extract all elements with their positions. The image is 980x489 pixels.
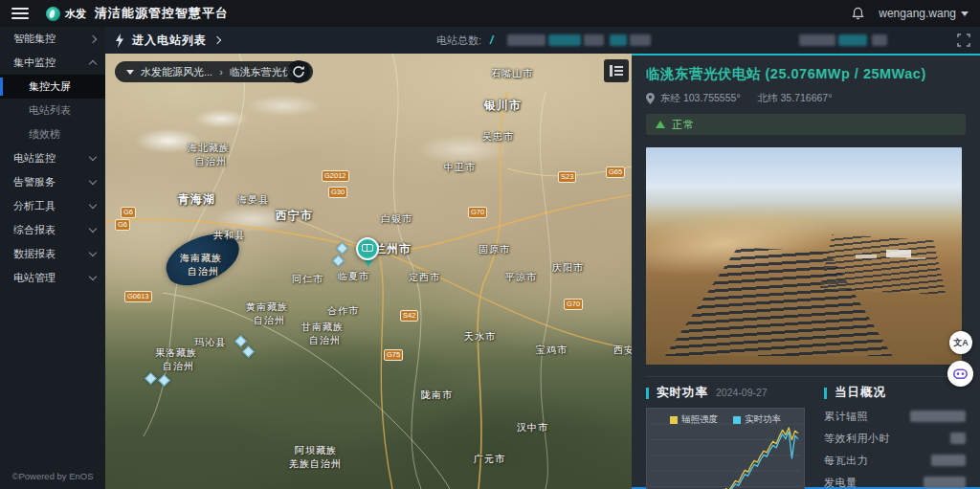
overview-row-value-redacted bbox=[910, 411, 966, 422]
map-place-label: 定西市 bbox=[409, 271, 440, 284]
station-cluster-marker[interactable] bbox=[158, 374, 170, 387]
station-cluster-marker[interactable] bbox=[145, 372, 157, 385]
overview-row: 每瓦出力 bbox=[824, 453, 966, 468]
sidebar-subitem-电站列表[interactable]: 电站列表 bbox=[0, 99, 105, 122]
map-place-label: 黄南藏族 bbox=[246, 300, 288, 314]
map-place-label: 羌族自治州 bbox=[289, 457, 342, 471]
breadcrumb-group[interactable]: 水发能源风光... bbox=[141, 65, 212, 79]
sidebar-item-电站监控[interactable]: 电站监控 bbox=[0, 146, 105, 170]
chevron-down-icon bbox=[89, 201, 97, 209]
layers-icon bbox=[610, 65, 623, 77]
map-place-label: 自治州 bbox=[254, 314, 285, 327]
sidebar-item-label: 智能集控 bbox=[13, 32, 90, 46]
longitude-value: 东经 103.755555° bbox=[660, 92, 741, 105]
map-place-label: 固原市 bbox=[479, 243, 510, 256]
station-detail-panel: 临洮东营光伏电站 (25.076MWp / 25MWac) 东经 103.755… bbox=[632, 54, 980, 489]
legend-label: 实时功率 bbox=[745, 413, 781, 426]
map-place-label: 白银市 bbox=[381, 212, 412, 226]
map-place-label: 合作市 bbox=[327, 304, 359, 318]
status-bar: 正常 bbox=[646, 114, 966, 135]
sidebar: 智能集控集中监控集控大屏电站列表绩效榜电站监控告警服务分析工具综合报表数据报表电… bbox=[0, 27, 105, 489]
sidebar-item-label: 告警服务 bbox=[13, 175, 90, 189]
legend-swatch bbox=[670, 416, 678, 424]
chevron-down-icon bbox=[89, 153, 97, 161]
legend-item: 辐照强度 bbox=[670, 413, 718, 426]
latitude-value: 北纬 35.716667° bbox=[758, 92, 833, 105]
sidebar-item-智能集控[interactable]: 智能集控 bbox=[0, 27, 105, 51]
app-title: 清洁能源管控智慧平台 bbox=[95, 5, 229, 22]
sidebar-item-label: 电站监控 bbox=[13, 151, 90, 166]
ai-assistant-button[interactable] bbox=[947, 361, 973, 387]
sidebar-item-告警服务[interactable]: 告警服务 bbox=[0, 170, 105, 194]
sidebar-item-综合报表[interactable]: 综合报表 bbox=[0, 218, 105, 242]
sidebar-item-数据报表[interactable]: 数据报表 bbox=[0, 242, 105, 266]
redacted-value bbox=[799, 34, 835, 46]
overview-row-label: 每瓦出力 bbox=[824, 454, 931, 468]
chevron-right-icon bbox=[89, 34, 97, 42]
enter-station-list-label: 进入电站列表 bbox=[132, 33, 207, 49]
chart-legend: 辐照强度实时功率 bbox=[647, 413, 804, 426]
map-layers-button[interactable] bbox=[604, 59, 629, 82]
sidebar-menu: 智能集控集中监控集控大屏电站列表绩效榜电站监控告警服务分析工具综合报表数据报表电… bbox=[0, 27, 105, 290]
sidebar-item-电站管理[interactable]: 电站管理 bbox=[0, 266, 105, 290]
overview-row-value-redacted bbox=[924, 477, 966, 488]
map-road-badge: G70 bbox=[468, 207, 487, 218]
sidebar-item-分析工具[interactable]: 分析工具 bbox=[0, 194, 105, 218]
map-place-label: 青海湖 bbox=[178, 191, 215, 208]
enter-station-list-button[interactable]: 进入电站列表 bbox=[115, 33, 220, 49]
user-menu[interactable]: wengang.wang bbox=[879, 7, 969, 20]
overview-row: 等效利用小时 bbox=[824, 431, 966, 446]
map-road-badge: G75 bbox=[384, 349, 403, 361]
redacted-value bbox=[584, 34, 604, 46]
map-road-badge: G2012 bbox=[322, 170, 349, 182]
station-cluster-marker[interactable] bbox=[336, 242, 348, 255]
lightning-icon bbox=[115, 33, 124, 48]
redacted-value bbox=[872, 34, 887, 46]
overview-row: 累计辐照 bbox=[824, 409, 966, 424]
legend-swatch bbox=[733, 416, 741, 424]
map-place-label: 吴忠市 bbox=[482, 130, 514, 144]
location-pin-icon bbox=[646, 93, 655, 104]
redacted-value bbox=[630, 34, 651, 46]
daily-overview-rows: 累计辐照等效利用小时每瓦出力发电量 bbox=[824, 409, 966, 489]
map-place-label: 天水市 bbox=[464, 330, 496, 344]
redacted-value bbox=[610, 34, 627, 46]
refresh-button[interactable] bbox=[287, 60, 310, 83]
fullscreen-icon[interactable] bbox=[957, 33, 970, 47]
total-stations-value: / bbox=[490, 33, 493, 47]
map-place-label: 平凉市 bbox=[505, 271, 537, 284]
selected-station-marker[interactable] bbox=[356, 237, 381, 270]
map-place-label: 海北藏族 bbox=[188, 142, 230, 155]
app-header: 水发 清洁能源管控智慧平台 wengang.wang bbox=[0, 0, 980, 27]
username-text: wengang.wang bbox=[879, 7, 956, 20]
sidebar-subitem-绩效榜[interactable]: 绩效榜 bbox=[0, 122, 105, 146]
chevron-up-icon bbox=[89, 60, 97, 68]
map-place-label: 银川市 bbox=[484, 98, 522, 114]
sidebar-item-label: 集中监控 bbox=[13, 56, 90, 70]
station-cluster-marker[interactable] bbox=[332, 255, 345, 267]
status-label: 正常 bbox=[672, 118, 695, 132]
map-canvas[interactable]: G6G6G2012G30G70S23G65G70S42G75G0613 石嘴山市… bbox=[105, 54, 632, 489]
map-place-label: 果洛藏族 bbox=[155, 346, 197, 360]
map-place-label: 共和县 bbox=[213, 229, 245, 242]
station-title: 临洮东营光伏电站 (25.076MWp / 25MWac) bbox=[646, 65, 966, 83]
overview-row-label: 累计辐照 bbox=[824, 410, 910, 424]
hamburger-menu-icon[interactable] bbox=[11, 8, 29, 19]
robot-icon bbox=[951, 365, 969, 383]
sidebar-subitem-集控大屏[interactable]: 集控大屏 bbox=[0, 75, 105, 99]
bell-icon[interactable] bbox=[851, 7, 865, 21]
daily-overview-title: 当日概况 bbox=[835, 385, 886, 401]
map-place-label: 同仁市 bbox=[292, 273, 323, 286]
topbar: 进入电站列表 电站总数: / bbox=[105, 27, 980, 54]
chevron-separator: › bbox=[219, 66, 223, 78]
station-cluster-marker[interactable] bbox=[234, 335, 247, 347]
sidebar-item-集中监控[interactable]: 集中监控 bbox=[0, 51, 105, 75]
sidebar-item-label: 电站管理 bbox=[13, 271, 90, 285]
map-place-label: 自治州 bbox=[188, 265, 219, 278]
map-breadcrumb[interactable]: 水发能源风光... › 临洮东营光伏... bbox=[115, 61, 313, 82]
station-coordinates: 东经 103.755555° 北纬 35.716667° bbox=[646, 92, 966, 105]
station-cluster-marker[interactable] bbox=[242, 345, 255, 358]
translate-button[interactable]: 文A bbox=[949, 331, 972, 354]
sidebar-item-label: 分析工具 bbox=[13, 199, 90, 213]
map-place-label: 临夏市 bbox=[338, 270, 369, 283]
